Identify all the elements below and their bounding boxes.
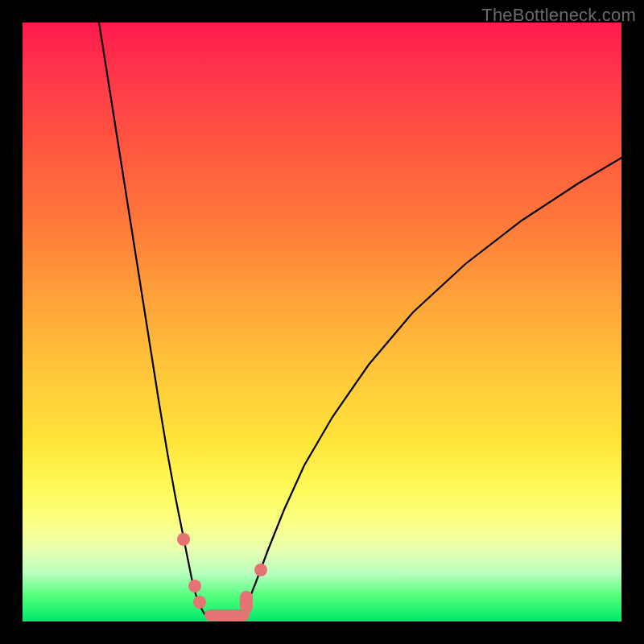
right-branch-curve — [240, 158, 621, 618]
marker-dot — [193, 596, 206, 609]
plot-area — [23, 23, 621, 621]
curves-svg — [23, 23, 621, 621]
left-branch-curve — [99, 23, 208, 618]
marker-dot — [177, 533, 190, 546]
marker-pill — [240, 591, 253, 613]
chart-stage: TheBottleneck.com — [0, 0, 644, 644]
watermark-text: TheBottleneck.com — [481, 5, 636, 26]
marker-dot — [188, 580, 201, 592]
marker-dot — [254, 564, 267, 576]
